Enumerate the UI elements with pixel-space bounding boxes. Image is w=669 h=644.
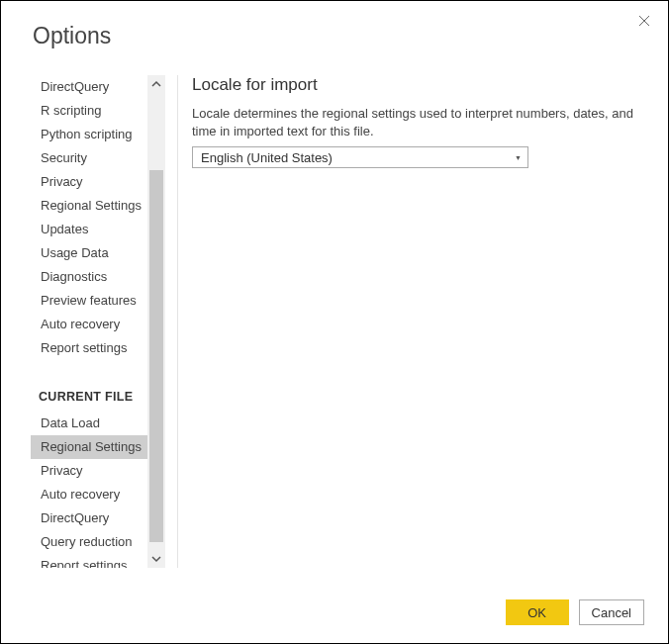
dialog-footer: OK Cancel <box>506 599 644 625</box>
sidebar-item-global[interactable]: Updates <box>31 218 147 241</box>
sidebar-item-global[interactable]: Regional Settings <box>31 194 147 218</box>
options-sidebar: DirectQueryR scriptingPython scriptingSe… <box>31 75 147 568</box>
panel-title: Locale for import <box>192 75 644 95</box>
sidebar-item-file[interactable]: Privacy <box>31 459 147 483</box>
sidebar-item-global[interactable]: Preview features <box>31 289 147 313</box>
sidebar-item-file[interactable]: Regional Settings <box>31 435 147 459</box>
chevron-down-icon: ▼ <box>515 154 522 161</box>
cancel-button[interactable]: Cancel <box>579 599 644 625</box>
sidebar-item-global[interactable]: R scripting <box>31 99 147 123</box>
section-header-current-file: CURRENT FILE <box>31 360 147 412</box>
main-panel: Locale for import Locale determines the … <box>192 75 668 574</box>
sidebar-item-global[interactable]: Auto recovery <box>31 313 147 336</box>
sidebar-item-global[interactable]: Report settings <box>31 336 147 360</box>
chevron-down-icon <box>150 553 162 565</box>
ok-button[interactable]: OK <box>506 599 569 625</box>
sidebar-item-file[interactable]: Query reduction <box>31 530 147 554</box>
close-button[interactable] <box>634 11 654 31</box>
sidebar-item-file[interactable]: Data Load <box>31 412 147 435</box>
vertical-divider <box>177 75 178 568</box>
sidebar-item-global[interactable]: Diagnostics <box>31 265 147 289</box>
sidebar-item-global[interactable]: Privacy <box>31 170 147 194</box>
sidebar-item-file[interactable]: Auto recovery <box>31 483 147 506</box>
sidebar-item-global[interactable]: Security <box>31 146 147 170</box>
locale-dropdown-value: English (United States) <box>201 150 333 165</box>
close-icon <box>638 15 650 27</box>
scroll-down-button[interactable] <box>147 550 165 568</box>
dialog-title: Options <box>1 1 668 49</box>
sidebar-item-global[interactable]: Usage Data <box>31 241 147 265</box>
sidebar-item-global[interactable]: DirectQuery <box>31 75 147 99</box>
scroll-thumb[interactable] <box>149 170 163 542</box>
sidebar-item-file[interactable]: DirectQuery <box>31 506 147 530</box>
sidebar-item-file[interactable]: Report settings <box>31 554 147 568</box>
sidebar-item-global[interactable]: Python scripting <box>31 123 147 146</box>
locale-dropdown[interactable]: English (United States) ▼ <box>192 146 528 168</box>
sidebar-scrollbar[interactable] <box>147 75 165 568</box>
chevron-up-icon <box>150 78 162 90</box>
panel-description: Locale determines the regional settings … <box>192 105 644 140</box>
scroll-up-button[interactable] <box>147 75 165 93</box>
